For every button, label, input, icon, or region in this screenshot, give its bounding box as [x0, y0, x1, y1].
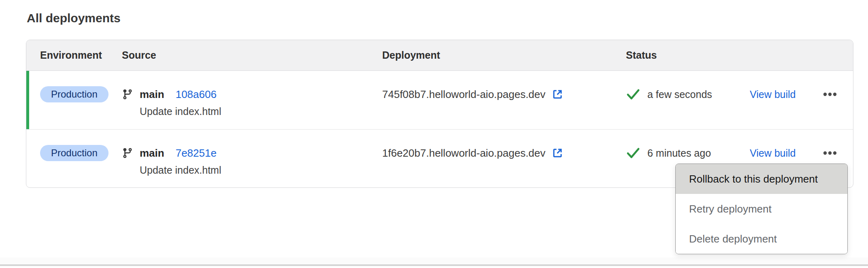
menu-item-delete[interactable]: Delete deployment	[676, 224, 847, 254]
commit-link[interactable]: 7e8251e	[176, 147, 217, 160]
row-menu-button[interactable]	[821, 91, 838, 98]
environment-cell: Production	[40, 145, 122, 161]
actions-cell: View build	[750, 145, 853, 161]
view-build-link[interactable]: View build	[750, 89, 796, 100]
actions-cell: View build	[750, 86, 853, 102]
deployment-cell: 1f6e20b7.helloworld-aio.pages.dev	[382, 145, 626, 161]
git-branch-icon	[122, 89, 133, 100]
table-header: Environment Source Deployment Status	[26, 40, 853, 71]
external-link-icon[interactable]	[551, 147, 564, 159]
branch-name: main	[140, 147, 164, 160]
commit-link[interactable]: 108a606	[176, 88, 217, 101]
section-divider	[0, 264, 868, 266]
branch-name: main	[140, 88, 164, 101]
external-link-icon[interactable]	[551, 88, 564, 100]
commit-message: Update index.html	[140, 164, 382, 176]
menu-item-rollback[interactable]: Rollback to this deployment	[676, 164, 847, 194]
deployment-url: 745f08b7.helloworld-aio.pages.dev	[382, 88, 545, 101]
kebab-menu-icon	[823, 92, 837, 96]
kebab-menu-icon	[823, 151, 837, 155]
column-header-deployment: Deployment	[382, 49, 626, 61]
commit-message: Update index.html	[140, 106, 382, 117]
deployment-cell: 745f08b7.helloworld-aio.pages.dev	[382, 86, 626, 102]
source-cell: main 7e8251e Update index.html	[122, 145, 382, 176]
view-build-link[interactable]: View build	[750, 147, 796, 159]
environment-badge: Production	[40, 145, 108, 161]
page-title: All deployments	[27, 11, 121, 25]
status-cell: a few seconds	[626, 86, 750, 102]
current-deployment-marker	[26, 71, 29, 129]
success-check-icon	[626, 147, 640, 160]
status-time: 6 minutes ago	[647, 147, 711, 159]
column-header-source: Source	[122, 49, 382, 61]
deployment-url: 1f6e20b7.helloworld-aio.pages.dev	[382, 147, 545, 160]
git-branch-icon	[122, 147, 133, 159]
source-cell: main 108a606 Update index.html	[122, 86, 382, 117]
environment-cell: Production	[40, 86, 122, 102]
deployments-page: All deployments Environment Source Deplo…	[0, 0, 868, 268]
status-time: a few seconds	[647, 89, 712, 100]
column-header-environment: Environment	[40, 49, 122, 61]
column-header-status: Status	[626, 49, 750, 61]
row-menu-button[interactable]	[821, 149, 838, 157]
menu-item-retry[interactable]: Retry deployment	[676, 194, 847, 224]
success-check-icon	[626, 88, 640, 101]
environment-badge: Production	[40, 86, 108, 102]
status-cell: 6 minutes ago	[626, 145, 750, 161]
next-section-band	[0, 257, 868, 264]
table-row: Production main 108a606 Update index.htm…	[26, 71, 853, 129]
deployment-context-menu: Rollback to this deployment Retry deploy…	[675, 164, 848, 254]
